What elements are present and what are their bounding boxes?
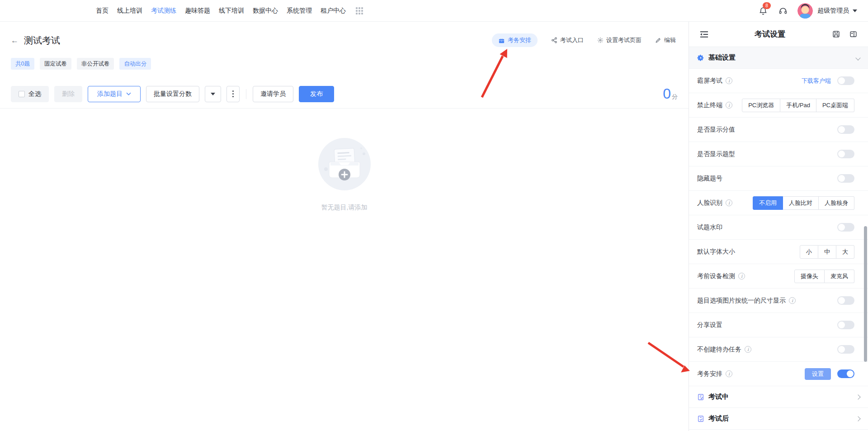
nav-item-online-training[interactable]: 线上培训 xyxy=(117,7,142,15)
exam-affairs-label: 考务安排 xyxy=(508,36,531,44)
gear-icon xyxy=(697,54,704,62)
info-icon[interactable] xyxy=(789,297,796,304)
nav-item-tenant-center[interactable]: 租户中心 xyxy=(321,7,346,15)
save-settings-icon[interactable] xyxy=(831,29,841,39)
total-score-unit: 分 xyxy=(672,93,678,101)
option-pc-desktop[interactable]: PC桌面端 xyxy=(816,99,854,112)
section-basic-settings[interactable]: 基础设置 xyxy=(689,47,868,69)
setting-label: 默认字体大小 xyxy=(697,248,735,256)
nav-item-data-center[interactable]: 数据中心 xyxy=(253,7,278,15)
section-after-exam[interactable]: 考试后 xyxy=(689,408,868,430)
option-face-verify[interactable]: 人脸核身 xyxy=(819,196,854,210)
nav-item-system-management[interactable]: 系统管理 xyxy=(287,7,312,15)
show-question-type-toggle[interactable] xyxy=(837,150,854,158)
setting-label: 考务安排 xyxy=(697,370,722,378)
batch-score-dropdown-button[interactable] xyxy=(205,86,221,102)
delete-button[interactable]: 删除 xyxy=(54,86,82,102)
setting-label: 是否显示分值 xyxy=(697,126,735,134)
panel-scrollbar-thumb[interactable] xyxy=(864,226,867,362)
chevron-right-icon xyxy=(855,416,860,421)
publish-button[interactable]: 发布 xyxy=(299,86,334,102)
exam-entrance-button[interactable]: 考试入口 xyxy=(551,36,584,44)
user-name[interactable]: 超级管理员 xyxy=(817,7,849,15)
option-disabled[interactable]: 不启用 xyxy=(753,196,783,210)
setting-row-question-watermark: 试题水印 xyxy=(689,215,868,240)
select-all-button[interactable]: 全选 xyxy=(11,86,49,102)
blocked-terminals-options: PC浏览器 手机/Pad PC桌面端 xyxy=(742,99,854,112)
info-icon[interactable] xyxy=(726,199,732,206)
question-toolbar: 全选 删除 添加题目 批量设置分数 邀请学员 发布 0 分 xyxy=(0,80,689,109)
info-icon[interactable] xyxy=(738,273,745,279)
layout-toggle-icon[interactable] xyxy=(848,29,858,39)
page-title: 测试考试 xyxy=(24,34,60,47)
briefcase-icon xyxy=(498,37,505,44)
nav-item-offline-training[interactable]: 线下培训 xyxy=(219,7,244,15)
gear-icon xyxy=(597,37,604,43)
vertical-dots-icon xyxy=(232,90,234,97)
empty-state: 暂无题目,请添加 xyxy=(317,137,372,212)
setting-row-hide-question-number: 隐藏题号 xyxy=(689,166,868,191)
download-client-link[interactable]: 下载客户端 xyxy=(802,77,831,85)
face-recognition-options: 不启用 人脸比对 人脸核身 xyxy=(753,196,854,210)
panel-title: 考试设置 xyxy=(709,29,831,39)
user-avatar[interactable] xyxy=(797,3,813,19)
setting-label: 禁止终端 xyxy=(697,101,722,109)
headset-icon xyxy=(778,6,788,15)
uniform-image-size-toggle[interactable] xyxy=(837,296,854,305)
apps-grid-icon[interactable] xyxy=(356,7,363,14)
setting-row-default-font-size: 默认字体大小 小 中 大 xyxy=(689,240,868,264)
pencil-icon xyxy=(655,37,661,43)
select-all-checkbox[interactable] xyxy=(19,91,25,97)
question-watermark-toggle[interactable] xyxy=(837,223,854,232)
tag-question-count: 共0题 xyxy=(11,58,34,70)
setting-row-fullscreen-exam: 霸屏考试 下载客户端 xyxy=(689,69,868,93)
option-font-small[interactable]: 小 xyxy=(800,245,818,259)
back-arrow-icon[interactable]: ← xyxy=(11,37,19,44)
show-score-toggle[interactable] xyxy=(837,125,854,134)
nav-item-home[interactable]: 首页 xyxy=(96,7,108,15)
info-icon[interactable] xyxy=(745,346,751,353)
exam-entrance-label: 考试入口 xyxy=(560,36,584,44)
info-icon[interactable] xyxy=(726,77,732,84)
option-font-large[interactable]: 大 xyxy=(836,245,854,259)
exam-affairs-toggle[interactable] xyxy=(837,369,854,378)
info-icon[interactable] xyxy=(726,370,732,377)
content-header: ← 测试考试 考务安排 考试入口 设置考试页面 xyxy=(0,22,689,80)
collapse-panel-icon[interactable] xyxy=(699,29,709,39)
tag-auto-score: 自动出分 xyxy=(119,58,151,70)
option-pc-browser[interactable]: PC浏览器 xyxy=(742,99,780,112)
chevron-down-icon xyxy=(855,55,860,60)
exam-affairs-button[interactable]: 考务安排 xyxy=(492,33,538,47)
total-score: 0 分 xyxy=(663,85,678,102)
info-icon[interactable] xyxy=(726,102,732,109)
exam-affairs-setup-button[interactable]: 设置 xyxy=(805,368,831,380)
fullscreen-exam-toggle[interactable] xyxy=(837,76,854,85)
invite-students-button[interactable]: 邀请学员 xyxy=(253,86,293,102)
setup-exam-page-button[interactable]: 设置考试页面 xyxy=(597,36,642,44)
nav-item-fun-quiz[interactable]: 趣味答题 xyxy=(185,7,210,15)
batch-score-button[interactable]: 批量设置分数 xyxy=(146,86,199,102)
panel-header: 考试设置 xyxy=(689,22,868,47)
more-actions-button[interactable] xyxy=(226,86,240,102)
option-font-medium[interactable]: 中 xyxy=(818,245,836,259)
user-menu-caret-icon[interactable] xyxy=(853,9,857,12)
support-headset-icon[interactable] xyxy=(778,5,788,16)
no-todo-task-toggle[interactable] xyxy=(837,345,854,354)
share-settings-toggle[interactable] xyxy=(837,321,854,329)
notification-bell-icon[interactable]: 8 xyxy=(758,5,769,16)
layout-icon xyxy=(849,30,857,38)
section-during-exam[interactable]: 考试中 xyxy=(689,386,868,408)
device-check-options: 摄像头 麦克风 xyxy=(794,270,854,283)
setting-label: 题目选项图片按统一的尺寸显示 xyxy=(697,297,786,305)
option-face-compare[interactable]: 人脸比对 xyxy=(783,196,819,210)
hide-question-number-toggle[interactable] xyxy=(837,174,854,183)
chevron-down-icon xyxy=(126,92,131,95)
option-mobile-pad[interactable]: 手机/Pad xyxy=(780,99,816,112)
option-camera[interactable]: 摄像头 xyxy=(794,270,825,283)
option-microphone[interactable]: 麦克风 xyxy=(825,270,854,283)
add-question-button[interactable]: 添加题目 xyxy=(88,86,141,102)
caret-down-icon xyxy=(211,93,215,95)
tag-private-paper: 非公开试卷 xyxy=(77,58,114,70)
nav-item-exam-practice[interactable]: 考试测练 xyxy=(151,7,176,15)
edit-button[interactable]: 编辑 xyxy=(655,36,676,44)
